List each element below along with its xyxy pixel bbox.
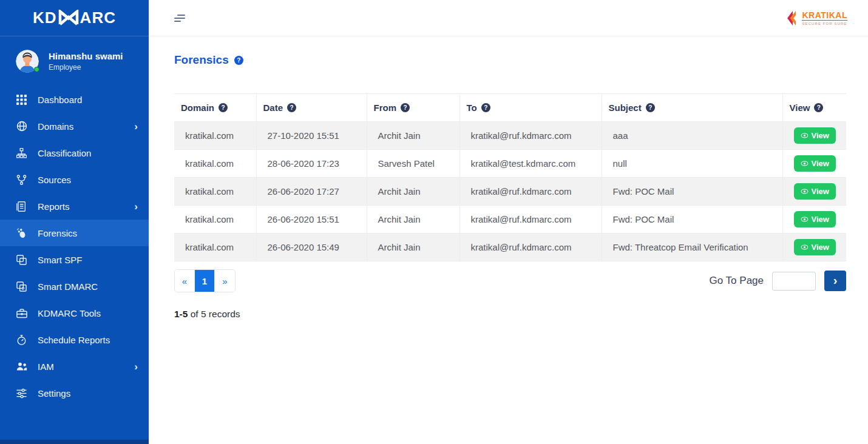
cell-date: 27-10-2020 15:51 (256, 122, 367, 150)
pagination: « 1 » (174, 269, 236, 292)
page-1-button[interactable]: 1 (195, 270, 215, 292)
cell-domain: kratikal.com (174, 150, 256, 178)
sidebar-item-label: Settings (38, 388, 70, 399)
sidebar-item-reports[interactable]: Reports › (0, 193, 149, 220)
cell-domain: kratikal.com (174, 206, 256, 234)
chevron-right-icon: › (833, 274, 838, 286)
report-icon (16, 201, 27, 212)
cell-subject: Fwd: POC Mail (602, 206, 782, 234)
sidebar-toggle-icon[interactable] (174, 15, 185, 22)
sidebar-item-smart-dmarc[interactable]: Smart DMARC (0, 273, 149, 300)
eye-icon (801, 160, 809, 167)
cell-from: Archit Jain (367, 122, 459, 150)
cell-date: 26-06-2020 17:27 (256, 178, 367, 206)
help-icon[interactable] (287, 103, 296, 112)
sidebar-item-label: Sources (38, 175, 71, 185)
cell-to: kratikal@test.kdmarc.com (459, 150, 602, 178)
cell-to: kratikal@ruf.kdmarc.com (459, 122, 602, 150)
cell-domain: kratikal.com (174, 234, 256, 261)
branch-icon (16, 174, 27, 186)
sidebar-item-label: KDMARC Tools (38, 308, 101, 318)
kratikal-logo[interactable]: KRATIKAL SECURE FOR SURE (785, 10, 847, 26)
sidebar-item-label: Dashboard (38, 95, 82, 105)
view-button[interactable]: View (794, 155, 836, 172)
copy-sync-icon (16, 281, 27, 292)
kdmarc-logo[interactable]: KD ARC (0, 0, 149, 36)
prev-page-button[interactable]: « (175, 270, 195, 292)
col-header-to: To (459, 94, 602, 122)
content: Forensics Domain Date From To Subject Vi… (149, 36, 868, 320)
sidebar-item-label: Reports (38, 201, 70, 212)
cell-subject: Fwd: POC Mail (602, 178, 782, 206)
topbar: KRATIKAL SECURE FOR SURE (149, 0, 868, 36)
chevron-right-icon: › (134, 201, 138, 212)
sidebar-item-label: Schedule Reports (38, 335, 110, 345)
chevron-right-icon: › (134, 121, 138, 132)
cell-domain: kratikal.com (174, 122, 256, 150)
table-row: kratikal.com 26-06-2020 17:27 Archit Jai… (174, 178, 846, 206)
sidebar-item-smart-spf[interactable]: Smart SPF (0, 246, 149, 273)
user-role: Employee (49, 63, 123, 72)
cell-subject: Fwd: Threatcop Email Verification (602, 234, 782, 261)
help-icon[interactable] (219, 103, 228, 112)
grid-icon (16, 94, 27, 106)
sidebar-item-label: IAM (38, 362, 54, 372)
sidebar-item-settings[interactable]: Settings (0, 380, 149, 406)
sidebar-item-label: Classification (38, 148, 91, 158)
help-icon[interactable] (401, 103, 410, 112)
sidebar-item-domains[interactable]: Domains › (0, 113, 149, 140)
cell-to: kratikal@ruf.kdmarc.com (459, 206, 602, 234)
table-row: kratikal.com 26-06-2020 15:49 Archit Jai… (174, 234, 846, 261)
cell-from: Archit Jain (367, 206, 459, 234)
view-button[interactable]: View (794, 183, 836, 200)
stopwatch-icon (16, 334, 27, 346)
cell-subject: aaa (602, 122, 782, 150)
sidebar-item-label: Forensics (38, 228, 77, 238)
records-text: of 5 records (188, 309, 240, 319)
kdmarc-logo-left-text: KD (33, 8, 57, 27)
col-header-from: From (367, 94, 459, 122)
cell-to: kratikal@ruf.kdmarc.com (459, 234, 602, 261)
cell-view: View (782, 234, 846, 261)
kdmarc-bowtie-icon (58, 10, 79, 26)
user-info: Himanshu swami Employee (49, 51, 123, 72)
table-row: kratikal.com 26-06-2020 15:51 Archit Jai… (174, 206, 846, 234)
view-button[interactable]: View (794, 127, 836, 144)
user-profile[interactable]: Himanshu swami Employee (0, 36, 149, 82)
sidebar-item-schedule-reports[interactable]: Schedule Reports (0, 326, 149, 353)
view-button[interactable]: View (794, 239, 836, 255)
avatar (16, 50, 39, 73)
view-button[interactable]: View (794, 211, 836, 227)
records-range: 1-5 (174, 309, 188, 319)
sidebar-item-dashboard[interactable]: Dashboard (0, 86, 149, 113)
page-title-row: Forensics (174, 53, 846, 67)
sidebar-item-classification[interactable]: Classification (0, 140, 149, 166)
col-header-subject: Subject (602, 94, 782, 122)
chevron-right-icon: › (134, 362, 138, 372)
user-name: Himanshu swami (49, 51, 123, 62)
col-header-date: Date (256, 94, 367, 122)
help-icon[interactable] (481, 103, 490, 112)
help-icon[interactable] (814, 103, 823, 112)
cell-view: View (782, 178, 846, 206)
cell-subject: null (602, 150, 782, 178)
sidebar-item-label: Smart DMARC (38, 281, 98, 292)
sidebar-item-iam[interactable]: IAM › (0, 353, 149, 380)
sidebar-item-forensics[interactable]: Forensics (0, 220, 149, 246)
eye-icon (801, 187, 809, 195)
page-title: Forensics (174, 53, 229, 67)
sidebar-item-sources[interactable]: Sources (0, 166, 149, 193)
cell-from: Sarvesh Patel (367, 150, 459, 178)
sidebar-item-kdmarc-tools[interactable]: KDMARC Tools (0, 300, 149, 326)
sidebar: KD ARC Himanshu (0, 0, 149, 444)
help-icon[interactable] (646, 103, 655, 112)
table-header-row: Domain Date From To Subject View (174, 94, 846, 122)
go-to-page-button[interactable]: › (824, 271, 846, 291)
sidebar-item-label: Smart SPF (38, 255, 82, 265)
go-to-page-input[interactable] (772, 272, 816, 291)
col-header-view: View (782, 94, 846, 122)
cell-view: View (782, 150, 846, 178)
help-icon[interactable] (234, 56, 243, 65)
next-page-button[interactable]: » (215, 270, 235, 292)
online-status-dot (34, 67, 39, 72)
